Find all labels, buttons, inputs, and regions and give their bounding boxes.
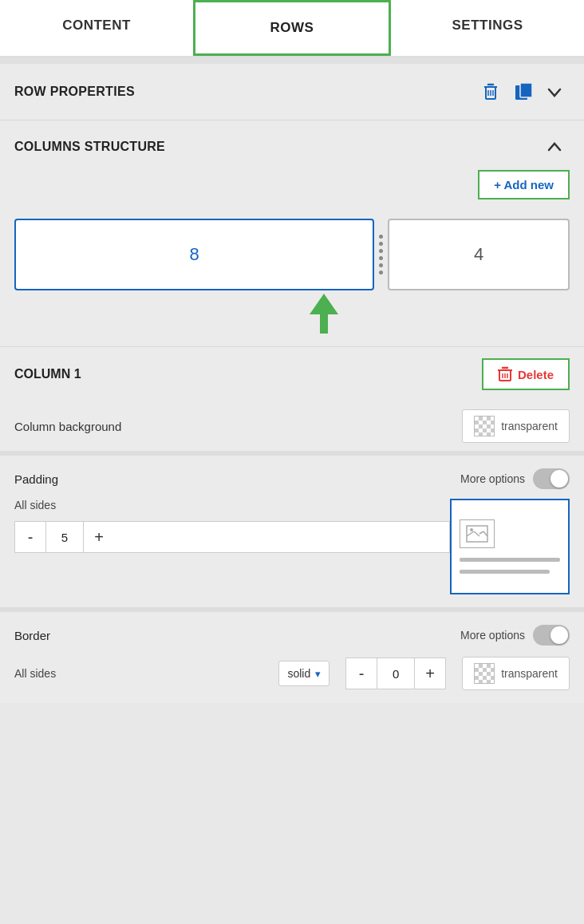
row-properties-header: ROW PROPERTIES [0,64,584,120]
column-1-section: COLUMN 1 Delete [0,346,584,401]
drag-dot [379,263,383,267]
svg-line-17 [479,531,483,534]
arrow-indicator [14,294,570,334]
drag-dot [379,235,383,239]
columns-area: + Add new 8 4 [0,170,584,346]
columns-row: 8 4 [14,219,570,290]
tab-settings[interactable]: SETTINGS [391,0,584,56]
svg-line-15 [467,531,474,536]
drag-dot [379,256,383,260]
padding-stepper: - 5 + [14,521,450,553]
delete-row-button[interactable] [475,77,506,107]
border-width-stepper: - 0 + [345,657,446,689]
column-2-value: 4 [474,244,483,265]
border-plus-button[interactable]: + [415,658,445,689]
padding-section: Padding More options All sides - 5 + [0,451,584,607]
padding-more-options-label: More options [460,472,525,485]
border-toggle[interactable] [533,625,570,646]
border-more-options-label: More options [460,629,525,642]
collapse-row-button[interactable] [539,77,570,107]
chevron-down-icon [545,82,564,101]
delete-column-button[interactable]: Delete [482,358,570,390]
drag-dot [379,270,383,274]
duplicate-row-button[interactable] [509,77,539,107]
border-header: Border More options [14,625,570,646]
chevron-down-icon: ▾ [315,668,321,680]
column-1-title: COLUMN 1 [14,367,482,381]
svg-point-19 [470,528,473,531]
tab-rows[interactable]: ROWS [193,0,391,56]
preview-image [460,519,495,548]
padding-more-options: More options [460,468,570,489]
border-style-value: solid [287,667,310,680]
tab-content[interactable]: CONTENT [0,0,193,56]
border-toggle-knob [550,626,568,644]
background-row: Column background transparent [0,401,584,451]
padding-header: Padding More options [14,468,570,489]
arrow-stem [320,311,328,334]
all-sides-row: All sides [14,499,450,511]
border-style-select[interactable]: solid ▾ [278,661,329,686]
column-2-box[interactable]: 4 [388,219,570,290]
border-color-preview [474,663,495,684]
border-width-value: 0 [377,658,415,689]
preview-line-5 [460,570,550,574]
padding-minus-button[interactable]: - [15,522,45,552]
padding-toggle[interactable] [533,468,570,489]
add-new-column-button[interactable]: + Add new [478,170,570,199]
columns-structure-header: COLUMNS STRUCTURE [0,120,584,170]
tabs-bar: CONTENT ROWS SETTINGS [0,0,584,57]
chevron-up-icon [545,137,564,156]
border-all-sides-row: All sides solid ▾ - 0 + transparent [14,657,570,690]
border-color-button[interactable]: transparent [462,657,570,690]
row-properties-title: ROW PROPERTIES [14,85,472,99]
trash-icon [481,81,500,102]
all-sides-label: All sides [14,499,450,511]
padding-value: 5 [45,522,84,552]
border-minus-button[interactable]: - [346,658,377,689]
padding-toggle-knob [550,470,568,488]
svg-line-16 [474,531,479,536]
color-preview [474,416,495,436]
preview-image-icon [466,525,488,543]
drag-handle[interactable] [374,233,388,276]
collapse-columns-button[interactable] [539,132,570,162]
border-section: Border More options All sides solid ▾ - … [0,607,584,703]
padding-plus-button[interactable]: + [84,522,114,552]
svg-rect-7 [520,83,532,97]
padding-label: Padding [14,472,460,486]
duplicate-icon [514,81,535,102]
delete-label: Delete [518,368,554,381]
border-color-value: transparent [501,667,558,680]
trash-delete-icon [498,366,512,382]
drag-dot [379,249,383,253]
column-preview [450,499,570,594]
border-label: Border [14,629,460,642]
preview-line-4 [460,558,560,562]
border-more-options: More options [460,625,570,646]
background-color-button[interactable]: transparent [462,409,570,443]
border-all-sides-label: All sides [14,667,270,680]
background-value: transparent [501,420,558,432]
drag-dot [379,242,383,246]
divider-1 [0,57,584,64]
background-label: Column background [14,420,462,433]
columns-structure-title: COLUMNS STRUCTURE [14,140,539,154]
column-1-value: 8 [190,244,199,265]
column-1-box[interactable]: 8 [14,219,374,290]
